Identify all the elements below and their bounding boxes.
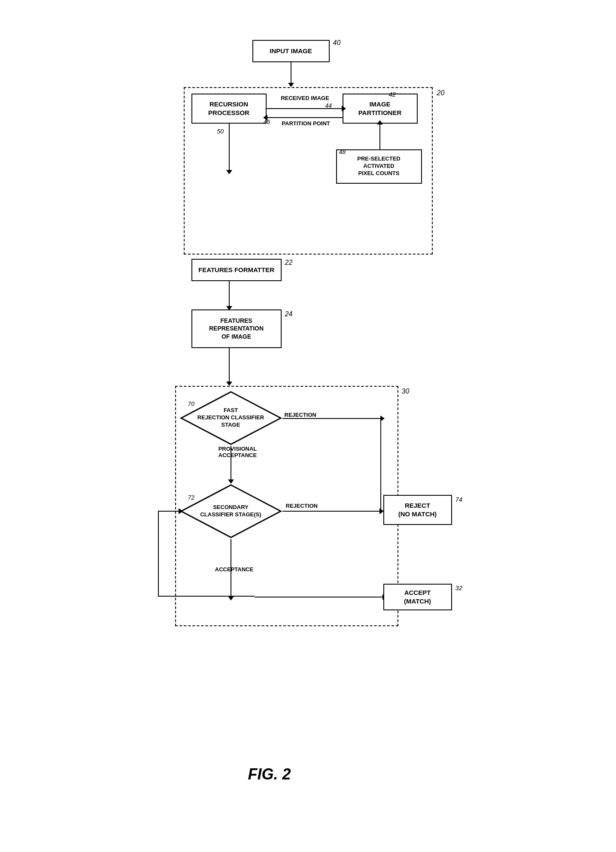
features-formatter-box: FEATURES FORMATTER	[191, 259, 282, 281]
line-right-vertical	[380, 418, 381, 510]
arrow-secondary-to-accept	[231, 539, 231, 597]
fast-rejection-diamond: FASTREJECTION CLASSIFIERSTAGE	[179, 390, 282, 446]
arrow-rejection-bottom	[282, 511, 380, 512]
features-formatter-label: FEATURES FORMATTER	[198, 266, 274, 274]
preselected-box: PRE-SELECTEDACTIVATEDPIXEL COUNTS	[336, 149, 422, 184]
arrow-recursion-to-partitioner	[267, 108, 343, 109]
input-image-box: INPUT IMAGE	[252, 40, 330, 62]
arrow-partitioner-to-recursion	[267, 117, 343, 118]
ref-42: 42	[389, 91, 396, 98]
fig-label: FIG. 2	[248, 765, 291, 783]
accept-box: ACCEPT(MATCH)	[383, 584, 452, 610]
ref-30: 30	[402, 388, 410, 395]
ref-48: 48	[339, 149, 346, 155]
acceptance-label: ACCEPTANCE	[213, 566, 256, 573]
rejection-bottom-label: REJECTION	[286, 503, 318, 509]
accept-label: ACCEPT(MATCH)	[404, 588, 431, 605]
arrow-recursion-to-formatter	[229, 124, 230, 171]
partition-point-label: PARTITION POINT	[272, 120, 340, 127]
arrow-acceptance-right	[255, 597, 383, 597]
arrow-input-to-recursion	[291, 62, 291, 84]
ref-40: 40	[333, 39, 341, 47]
provisional-acceptance-label: PROVISIONAL ACCEPTANCE	[212, 446, 264, 458]
ref-74: 74	[455, 496, 463, 503]
ref-24: 24	[285, 310, 293, 318]
image-partitioner-box: IMAGEPARTITIONER	[343, 94, 418, 124]
arrow-rejection-top	[282, 418, 381, 419]
image-partitioner-label: IMAGEPARTITIONER	[358, 100, 402, 117]
rejection-top-label: REJECTION	[285, 412, 316, 418]
arrow-formatter-to-features	[229, 281, 230, 307]
ref-20: 20	[437, 89, 445, 97]
arrow-left-input-secondary	[158, 511, 179, 512]
ref-50: 50	[217, 128, 224, 135]
recursion-processor-label: RECURSIONPROCESSOR	[208, 100, 249, 117]
diagram-container: INPUT IMAGE 40 20 RECURSIONPROCESSOR 50 …	[141, 27, 476, 825]
line-left-vertical	[158, 511, 159, 597]
ref-22: 22	[285, 259, 293, 267]
preselected-label: PRE-SELECTEDACTIVATEDPIXEL COUNTS	[357, 155, 400, 177]
reject-box: REJECT(NO MATCH)	[383, 495, 452, 525]
recursion-processor-box: RECURSIONPROCESSOR	[191, 94, 267, 124]
line-bottom-left	[158, 596, 255, 597]
ref-70: 70	[188, 400, 195, 407]
arrow-features-to-classifier	[229, 348, 230, 382]
reject-label: REJECT(NO MATCH)	[398, 501, 437, 518]
features-representation-box: FEATURESREPRESENTATIONOF IMAGE	[191, 309, 282, 348]
secondary-classifier-diamond: SECONDARYCLASSIFIER STAGE(S)	[179, 483, 282, 539]
ref-32: 32	[455, 584, 463, 591]
arrow-fast-to-secondary	[231, 446, 231, 480]
arrow-preselected-to-partitioner	[379, 124, 380, 149]
ref-72: 72	[188, 494, 195, 501]
features-representation-label: FEATURESREPRESENTATIONOF IMAGE	[209, 317, 264, 340]
received-image-label: RECEIVED IMAGE	[273, 95, 337, 101]
input-image-label: INPUT IMAGE	[270, 47, 312, 55]
